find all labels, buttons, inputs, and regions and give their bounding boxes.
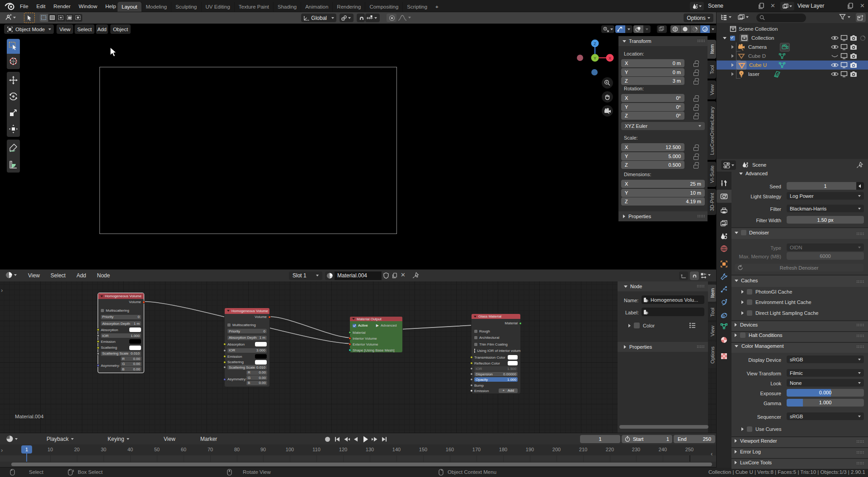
svg-text:Z: Z [594,42,596,46]
svg-text:Y: Y [594,56,596,61]
svg-text:X: X [609,56,611,61]
